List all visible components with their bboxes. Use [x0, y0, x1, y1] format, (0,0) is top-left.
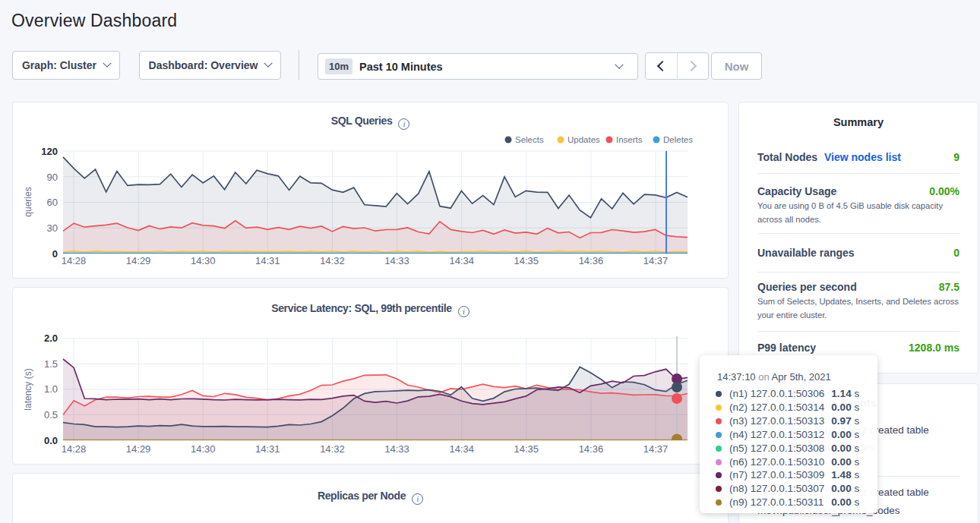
svg-text:queries: queries	[23, 187, 33, 216]
svg-text:30: 30	[47, 222, 58, 234]
svg-text:14:29: 14:29	[126, 255, 151, 266]
svg-text:0: 0	[52, 248, 58, 260]
svg-text:1.0: 1.0	[44, 383, 58, 395]
svg-text:0.5: 0.5	[44, 409, 58, 421]
svg-text:14:29: 14:29	[126, 443, 151, 455]
svg-text:14:37: 14:37	[643, 255, 669, 266]
svg-text:1.5: 1.5	[44, 358, 58, 370]
svg-text:14:30: 14:30	[191, 443, 216, 455]
svg-text:latency (s): latency (s)	[23, 368, 33, 410]
svg-text:14:31: 14:31	[255, 255, 280, 266]
svg-text:Selects: Selects	[515, 135, 544, 144]
svg-text:14:37: 14:37	[643, 443, 669, 455]
svg-text:14:36: 14:36	[579, 255, 604, 266]
svg-text:14:34: 14:34	[449, 255, 474, 266]
svg-text:Inserts: Inserts	[616, 135, 643, 144]
svg-text:14:35: 14:35	[514, 255, 539, 266]
svg-text:Updates: Updates	[567, 135, 600, 144]
svg-text:14:35: 14:35	[514, 443, 539, 455]
svg-text:14:34: 14:34	[449, 443, 474, 455]
svg-text:0.0: 0.0	[44, 435, 58, 446]
svg-text:14:30: 14:30	[191, 255, 216, 266]
svg-text:14:33: 14:33	[384, 443, 409, 455]
svg-text:90: 90	[47, 172, 58, 183]
svg-text:Deletes: Deletes	[663, 135, 693, 144]
svg-text:14:31: 14:31	[255, 443, 280, 455]
svg-text:14:32: 14:32	[320, 443, 345, 455]
svg-text:14:33: 14:33	[384, 255, 409, 266]
svg-text:60: 60	[47, 197, 58, 208]
svg-text:14:28: 14:28	[62, 443, 87, 455]
svg-text:14:36: 14:36	[579, 443, 604, 455]
svg-text:14:28: 14:28	[62, 255, 87, 266]
svg-text:120: 120	[41, 146, 58, 157]
svg-text:2.0: 2.0	[44, 332, 58, 344]
svg-text:14:32: 14:32	[320, 255, 345, 266]
